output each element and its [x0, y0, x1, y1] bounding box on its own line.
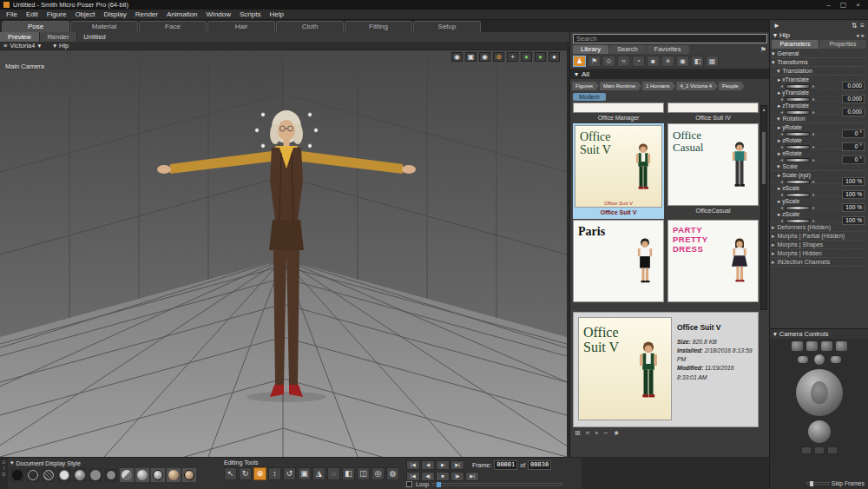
thumbnail-paris[interactable]: Paris: [573, 220, 664, 302]
library-item-office-suit-v[interactable]: OfficeSuit V Office Suit V Office Suit V: [573, 123, 664, 219]
view-magnifier-tool[interactable]: ◎: [372, 467, 385, 480]
prev-actor-icon[interactable]: ◂: [856, 32, 859, 39]
lit-wireframe-style[interactable]: [73, 468, 87, 482]
expand-icon[interactable]: ▸: [778, 102, 780, 109]
dial-decrement-icon[interactable]: ◄: [779, 96, 784, 102]
taper-tool[interactable]: ◮: [312, 467, 326, 480]
cameras-category-icon[interactable]: ◉: [676, 56, 689, 67]
room-tab[interactable]: Hair: [207, 21, 275, 32]
flat-lined-style[interactable]: [104, 468, 118, 482]
camera-trackball[interactable]: [796, 369, 843, 416]
props-category-icon[interactable]: ■: [647, 56, 660, 67]
hidden-line-style[interactable]: [57, 468, 71, 482]
parameter-value[interactable]: 0.000: [842, 95, 865, 103]
parameter-value[interactable]: 100 %: [842, 177, 865, 186]
timeline-slider[interactable]: [432, 483, 562, 486]
ui-dock-button[interactable]: U: [3, 459, 6, 465]
wave-render-icon[interactable]: ≈: [586, 429, 589, 437]
breadcrumb-item[interactable]: People: [719, 82, 745, 90]
add-to-library-icon[interactable]: +: [595, 429, 599, 437]
camera-flyaround-toggle[interactable]: [827, 446, 838, 454]
detail-thumbnail[interactable]: OfficeSuit V: [578, 317, 672, 420]
room-tab[interactable]: Cloth: [276, 21, 344, 32]
actor-selector[interactable]: Hip: [59, 42, 69, 50]
dial-increment-icon[interactable]: ►: [812, 179, 816, 184]
dial-increment-icon[interactable]: ►: [812, 192, 816, 197]
next-key-button[interactable]: |▶: [450, 472, 464, 481]
posing-camera-icon[interactable]: [836, 341, 847, 351]
breadcrumb-item[interactable]: 4_1 Victoria 4: [676, 82, 718, 90]
translate-pull-tool[interactable]: ⊕: [253, 467, 266, 480]
library-search-input[interactable]: [573, 34, 767, 43]
parameter-value[interactable]: 0.000: [842, 82, 865, 90]
parameter-value[interactable]: 0 °: [842, 142, 865, 151]
section-transforms[interactable]: ▾ Transforms: [772, 58, 866, 67]
ui-dock-button[interactable]: D: [3, 472, 6, 477]
rotate-tool[interactable]: ↻: [239, 467, 252, 480]
send-icon[interactable]: ►: [773, 22, 780, 30]
library-tab[interactable]: Search: [609, 45, 646, 54]
library-item-party-pretty-dress[interactable]: PARTYPRETTYDRESS: [667, 220, 759, 302]
timeline-thumb[interactable]: [437, 482, 441, 487]
dial-increment-icon[interactable]: ►: [812, 96, 816, 102]
camera-animating-toggle[interactable]: [814, 446, 825, 454]
expand-icon[interactable]: ▸: [778, 124, 780, 130]
texture-lined-style[interactable]: [182, 468, 196, 482]
color-tool[interactable]: ◧: [342, 467, 355, 480]
chain-break-tool[interactable]: ◌: [327, 467, 340, 480]
left-hand-camera-icon[interactable]: [798, 356, 808, 363]
loop-start-button[interactable]: |◀: [406, 472, 420, 481]
collapsed-section[interactable]: ▸ INJection Channels: [772, 258, 866, 267]
orbit-orange-icon[interactable]: ⊕: [493, 52, 504, 62]
slider-thumb[interactable]: [810, 481, 813, 486]
library-item-office-casual[interactable]: OfficeCasual OfficeCasual: [667, 123, 759, 215]
filter-dropdown-icon[interactable]: ▾: [575, 70, 578, 78]
minimize-button[interactable]: –: [822, 1, 835, 9]
right-hand-camera-icon[interactable]: [831, 356, 841, 363]
bookmark-flag-icon[interactable]: ⚑: [760, 46, 766, 54]
add-runtime-folder-icon[interactable]: ⊞: [575, 429, 581, 437]
partial-thumbnail[interactable]: [667, 102, 759, 113]
parameter-dial[interactable]: [786, 97, 810, 102]
menu-item[interactable]: Animation: [162, 10, 202, 18]
parameter-value[interactable]: 100 %: [842, 203, 865, 212]
camera-dots-icon[interactable]: ▣: [465, 52, 477, 62]
expand-icon[interactable]: ▸: [778, 172, 780, 178]
figure-selector[interactable]: Victoria4: [10, 42, 35, 50]
room-tab[interactable]: Fitting: [345, 21, 412, 32]
breadcrumb-item[interactable]: 1 Humans: [642, 82, 675, 90]
scale-tool[interactable]: ▣: [298, 467, 311, 480]
expand-icon[interactable]: ▸: [778, 185, 780, 191]
current-frame-field[interactable]: 00001: [494, 460, 517, 470]
parameter-dial[interactable]: [786, 132, 810, 136]
menu-item[interactable]: Window: [202, 10, 235, 18]
menu-item[interactable]: Edit: [22, 10, 43, 18]
menu-item[interactable]: File: [2, 10, 22, 18]
room-tab[interactable]: Face: [139, 21, 207, 32]
actor-dropdown-icon[interactable]: ▾: [53, 42, 56, 50]
dial-increment-icon[interactable]: ►: [812, 83, 816, 89]
thumbnail-office-suit-v[interactable]: OfficeSuit V Office Suit V: [575, 125, 662, 208]
camera-controls-header[interactable]: ▾ Camera Controls: [770, 329, 868, 339]
scrollbar-thumb[interactable]: [762, 132, 766, 184]
dial-increment-icon[interactable]: ►: [812, 109, 816, 115]
dial-increment-icon[interactable]: ►: [812, 144, 816, 149]
dial-increment-icon[interactable]: ►: [812, 205, 816, 210]
dial-decrement-icon[interactable]: ◄: [779, 192, 784, 197]
thumbnail-office-casual[interactable]: OfficeCasual: [667, 123, 759, 206]
parameter-value[interactable]: 0 °: [842, 129, 865, 138]
room-tab[interactable]: Material: [70, 21, 138, 32]
maximize-button[interactable]: ▢: [837, 1, 850, 9]
library-filter-bar[interactable]: ▾ All: [570, 69, 769, 79]
section-general[interactable]: ▾ General: [772, 50, 866, 58]
cartoon-style[interactable]: [120, 468, 134, 482]
flyaround-camera-icon[interactable]: ◉: [451, 52, 463, 62]
breadcrumb-item[interactable]: Main Runtime: [600, 82, 641, 90]
snapshot-camera-icon[interactable]: ◉: [479, 52, 490, 62]
library-item-paris[interactable]: Paris: [573, 220, 664, 302]
prev-key-button[interactable]: ◀|: [421, 472, 435, 481]
document-tab[interactable]: Preview: [0, 32, 40, 42]
hands-category-icon[interactable]: ◔: [632, 56, 645, 67]
play-button[interactable]: ▶: [436, 460, 450, 470]
hair-category-icon[interactable]: ≈: [617, 56, 630, 67]
